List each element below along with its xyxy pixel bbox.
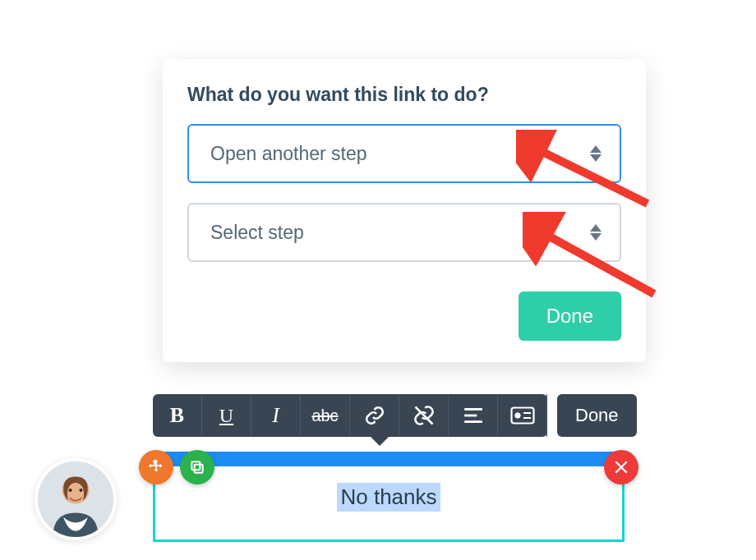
move-icon [147, 458, 165, 476]
link-action-select-value: Open another step [210, 143, 367, 165]
svg-point-22 [69, 489, 72, 492]
svg-marker-1 [590, 154, 602, 162]
copy-icon [189, 459, 205, 475]
close-icon [614, 460, 629, 475]
done-button[interactable]: Done [519, 291, 621, 341]
step-select-placeholder: Select step [210, 222, 304, 244]
duplicate-button[interactable] [180, 450, 214, 484]
underline-icon: U [219, 405, 233, 427]
bold-button[interactable]: B [153, 394, 202, 437]
align-icon [463, 406, 484, 425]
svg-rect-17 [191, 461, 200, 470]
strikethrough-button[interactable]: abc [301, 394, 350, 437]
dialog-title: What do you want this link to do? [187, 84, 621, 106]
strikethrough-icon: abc [311, 406, 338, 425]
avatar[interactable] [35, 458, 117, 540]
unlink-icon [413, 404, 436, 427]
unlink-button[interactable] [399, 394, 449, 437]
dialog-actions: Done [187, 291, 621, 341]
svg-marker-0 [590, 145, 602, 153]
card-icon [510, 406, 535, 425]
toolbar-caret-icon [371, 437, 389, 446]
sort-arrows-icon [590, 145, 602, 162]
selection-bar [153, 452, 625, 466]
italic-button[interactable]: I [251, 394, 301, 437]
card-button[interactable] [498, 394, 547, 437]
underline-button[interactable]: U [202, 394, 251, 437]
link-action-dialog: What do you want this link to do? Open a… [163, 59, 646, 362]
link-icon [364, 405, 385, 426]
link-button[interactable] [350, 394, 399, 437]
editor-wrap: B U I abc [153, 394, 625, 542]
link-action-select[interactable]: Open another step [187, 124, 621, 183]
delete-button[interactable] [604, 450, 638, 484]
step-select[interactable]: Select step [187, 203, 621, 262]
svg-point-23 [79, 489, 82, 492]
sort-arrows-icon [590, 224, 602, 241]
italic-icon: I [272, 403, 279, 428]
toolbar-row: B U I abc [153, 394, 625, 437]
svg-rect-16 [195, 465, 203, 473]
move-handle[interactable] [139, 450, 173, 484]
svg-marker-2 [590, 224, 602, 232]
text-toolbar: B U I abc [153, 394, 547, 437]
bold-icon: B [170, 403, 184, 428]
svg-marker-3 [590, 233, 602, 241]
align-button[interactable] [449, 394, 498, 437]
toolbar-done-button[interactable]: Done [557, 394, 637, 437]
svg-point-13 [514, 413, 519, 418]
selected-text: No thanks [337, 483, 440, 512]
text-block[interactable]: No thanks [153, 466, 625, 542]
avatar-image [38, 461, 113, 537]
